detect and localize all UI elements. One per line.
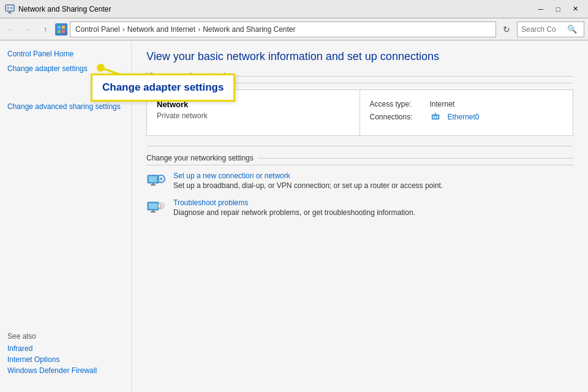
setup-connection-desc: Set up a broadband, dial-up, or VPN conn… [173,181,443,190]
access-type-label: Access type: [370,100,425,108]
svg-rect-16 [149,176,157,182]
control-panel-icon [55,23,67,36]
page-title: View your basic network information and … [146,50,573,63]
maximize-button[interactable]: □ [550,3,566,15]
annotation-label: Change adapter settings [102,81,224,93]
connections-value-link[interactable]: Ethernet0 [448,113,480,121]
search-box[interactable]: 🔍 [517,21,584,37]
up-button[interactable]: ↑ [38,22,53,37]
window-controls: ─ □ ✕ [533,3,583,15]
search-icon-button[interactable]: 🔍 [567,24,578,35]
see-also-firewall[interactable]: Windows Defender Firewall [7,366,124,375]
access-type-row: Access type: Internet [370,100,564,108]
address-bar: ← → ↑ Control Panel › Network and Intern… [0,18,588,40]
connections-row: Connections: Ethernet0 [370,112,564,122]
svg-rect-13 [437,116,438,118]
change-settings-header: Change your networking settings [146,154,573,165]
see-also-title: See also [7,332,124,341]
svg-rect-11 [433,116,434,118]
access-type-value: Internet [430,100,455,108]
troubleshoot-row: ! Troubleshoot problems Diagnose and rep… [146,198,573,218]
sidebar-item-advanced-sharing[interactable]: Change advanced sharing settings [0,100,131,113]
annotation-box: Change adapter settings [91,74,235,102]
troubleshoot-icon: ! [146,198,166,218]
network-right-panel: Access type: Internet Connections: Ether… [360,90,573,135]
setup-connection-icon [146,172,166,191]
minimize-button[interactable]: ─ [533,3,549,15]
search-input[interactable] [521,25,564,34]
svg-rect-12 [435,116,436,118]
setup-connection-text: Set up a new connection or network Set u… [173,172,443,190]
address-path[interactable]: Control Panel › Network and Internet › N… [70,21,496,37]
back-button[interactable]: ← [4,22,18,37]
breadcrumb-network-sharing: Network and Sharing Center [203,25,295,34]
see-also-internet-options[interactable]: Internet Options [7,355,124,364]
change-section: Set up a new connection or network Set u… [146,172,573,218]
sidebar-item-change-adapter[interactable]: Change adapter settings [0,62,95,75]
svg-point-3 [7,7,9,9]
svg-rect-23 [149,203,157,209]
see-also-section: See also Infrared Internet Options Windo… [0,325,131,385]
setup-connection-row: Set up a new connection or network Set u… [146,172,573,191]
connections-label: Connections: [370,113,425,121]
sidebar-item-control-panel-home[interactable]: Control Panel Home [0,48,131,60]
see-also-infrared[interactable]: Infrared [7,344,124,353]
window-title: Network and Sharing Center [18,5,533,13]
breadcrumb-control-panel: Control Panel [75,25,120,34]
network-type: Private network [157,111,350,120]
svg-rect-6 [58,26,61,29]
title-bar: Network and Sharing Center ─ □ ✕ [0,0,588,18]
troubleshoot-text: Troubleshoot problems Diagnose and repai… [173,198,415,217]
svg-rect-9 [62,30,65,33]
ethernet-icon [430,112,441,122]
window-icon [5,4,15,14]
svg-point-4 [11,7,13,9]
setup-connection-link[interactable]: Set up a new connection or network [173,172,443,180]
refresh-button[interactable]: ↻ [499,21,514,37]
troubleshoot-desc: Diagnose and repair network problems, or… [173,208,415,217]
divider-1 [146,146,573,146]
breadcrumb-network-internet: Network and Internet [127,25,195,34]
close-button[interactable]: ✕ [567,3,583,15]
annotation-dot [97,64,105,72]
svg-text:!: ! [160,203,162,209]
troubleshoot-link[interactable]: Troubleshoot problems [173,198,415,207]
sidebar: Control Panel Home Change adapter settin… [0,40,132,392]
svg-rect-7 [62,26,65,29]
forward-button[interactable]: → [21,22,36,37]
annotation-container: Change adapter settings Change adapter s… [0,60,131,97]
svg-rect-8 [58,30,61,33]
main-layout: Control Panel Home Change adapter settin… [0,40,588,392]
